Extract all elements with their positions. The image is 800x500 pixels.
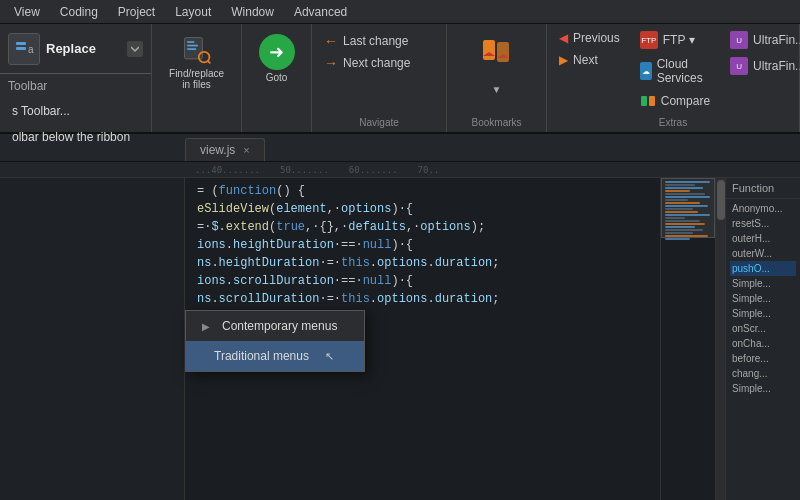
func-item-5[interactable]: Simple... <box>730 276 796 291</box>
next-button2[interactable]: ▶ Next <box>555 50 624 70</box>
ultraedit-button2[interactable]: U UltraFin... <box>726 54 800 78</box>
main-content: = (function() { eSlideView(element,·opti… <box>0 178 800 500</box>
extras-prev-next-col: ◀ Previous ▶ Next <box>555 28 624 112</box>
func-item-4[interactable]: pushO... <box>730 261 796 276</box>
func-item-0[interactable]: Anonymo... <box>730 201 796 216</box>
code-line-9: ions.scrollDuration·==·null)·{ <box>193 272 660 290</box>
left-gutter <box>0 178 185 500</box>
svg-rect-0 <box>16 42 26 45</box>
navigate-label: Navigate <box>320 117 438 132</box>
ultraedit-label2: UltraFin... <box>753 59 800 73</box>
replace-dropdown-arrow[interactable] <box>127 41 143 57</box>
bookmarks-icon <box>473 34 521 82</box>
svg-rect-9 <box>483 40 495 60</box>
cloud-icon: ☁ <box>640 62 652 80</box>
tab-close-button[interactable]: × <box>243 144 249 156</box>
last-change-button[interactable]: ← Last change <box>320 30 438 52</box>
replace-label: Replace <box>46 41 96 56</box>
context-menu: ▶ Contemporary menus Traditional menus ↖ <box>185 310 365 372</box>
tab-viewjs[interactable]: view.js × <box>185 138 265 161</box>
svg-rect-10 <box>497 42 509 62</box>
ultraedit-label1: UltraFin... <box>753 33 800 47</box>
find-replace-section: Find/replacein files <box>152 24 242 132</box>
func-item-10[interactable]: before... <box>730 351 796 366</box>
find-replace-files-label: Find/replacein files <box>169 68 224 90</box>
toolbar-submenu-item-1[interactable]: s Toolbar... <box>0 98 151 124</box>
ultraedit-icon2: U <box>730 57 748 75</box>
function-panel: Function Anonymo... resetS... outerH... … <box>725 178 800 500</box>
next-change-button[interactable]: → Next change <box>320 52 438 74</box>
cloud-services-label: Cloud Services <box>657 57 710 85</box>
next-icon: ▶ <box>559 53 568 67</box>
code-line-3: = (function() { <box>193 182 660 200</box>
func-item-6[interactable]: Simple... <box>730 291 796 306</box>
code-line-7: ns.heightDuration·=·this.options.duratio… <box>193 254 660 272</box>
func-item-8[interactable]: onScr... <box>730 321 796 336</box>
contemporary-menus-label: Contemporary menus <box>222 319 337 333</box>
context-menu-item-traditional[interactable]: Traditional menus ↖ <box>186 341 364 371</box>
func-item-7[interactable]: Simple... <box>730 306 796 321</box>
previous-icon: ◀ <box>559 31 568 45</box>
ribbon: ab Replace Toolbar s Toolbar... olbar be… <box>0 24 800 134</box>
func-item-9[interactable]: onCha... <box>730 336 796 351</box>
bookmarks-section: ▼ Bookmarks <box>447 24 547 132</box>
svg-line-8 <box>207 61 209 63</box>
ftp-icon: FTP <box>640 31 658 49</box>
svg-rect-12 <box>649 96 655 106</box>
replace-button[interactable]: ab Replace <box>0 24 151 74</box>
extras-rows: ◀ Previous ▶ Next FTP FTP ▾ ☁ Cloud Serv… <box>555 28 791 112</box>
menu-layout[interactable]: Layout <box>165 3 221 21</box>
replace-icon: ab <box>8 33 40 65</box>
goto-button[interactable]: ➜ Goto <box>253 30 301 87</box>
bookmarks-label: Bookmarks <box>472 117 522 132</box>
context-menu-item-contemporary[interactable]: ▶ Contemporary menus <box>186 311 364 341</box>
minimap[interactable] <box>660 178 715 500</box>
func-item-11[interactable]: chang... <box>730 366 796 381</box>
extras-ftp-cloud-col: FTP FTP ▾ ☁ Cloud Services Compare <box>636 28 714 112</box>
goto-icon: ➜ <box>259 34 295 70</box>
compare-label: Compare <box>661 94 710 108</box>
previous-button[interactable]: ◀ Previous <box>555 28 624 48</box>
extras-ultra-col: U UltraFin... U UltraFin... <box>726 28 800 112</box>
next-change-icon: → <box>324 55 338 71</box>
goto-label: Goto <box>266 72 288 83</box>
menu-advanced[interactable]: Advanced <box>284 3 357 21</box>
extras-label: Extras <box>555 117 791 132</box>
function-panel-title: Function <box>726 178 800 199</box>
bookmarks-button[interactable]: ▼ <box>467 30 527 99</box>
vertical-scrollbar[interactable] <box>715 178 725 500</box>
svg-rect-5 <box>187 45 198 47</box>
ftp-button[interactable]: FTP FTP ▾ <box>636 28 714 52</box>
menu-coding[interactable]: Coding <box>50 3 108 21</box>
traditional-menus-label: Traditional menus <box>214 349 309 363</box>
compare-button[interactable]: Compare <box>636 90 714 112</box>
func-item-12[interactable]: Simple... <box>730 381 796 396</box>
func-item-3[interactable]: outerW... <box>730 246 796 261</box>
ftp-label: FTP ▾ <box>663 33 695 47</box>
code-line-10: ns.scrollDuration·=·this.options.duratio… <box>193 290 660 308</box>
svg-rect-1 <box>16 47 26 50</box>
ultraedit-button1[interactable]: U UltraFin... <box>726 28 800 52</box>
code-line-5: =·$.extend(true,·{},·defaults,·options); <box>193 218 660 236</box>
menu-bar: View Coding Project Layout Window Advanc… <box>0 0 800 24</box>
menu-window[interactable]: Window <box>221 3 284 21</box>
function-list: Anonymo... resetS... outerH... outerW...… <box>726 199 800 398</box>
extras-section: ◀ Previous ▶ Next FTP FTP ▾ ☁ Cloud Serv… <box>547 24 800 132</box>
ultraedit-icon1: U <box>730 31 748 49</box>
menu-view[interactable]: View <box>4 3 50 21</box>
cloud-services-button[interactable]: ☁ Cloud Services <box>636 54 714 88</box>
code-line-6: ions.heightDuration·==·null)·{ <box>193 236 660 254</box>
func-item-2[interactable]: outerH... <box>730 231 796 246</box>
cursor-icon: ↖ <box>325 350 334 363</box>
toolbar-label: Toolbar <box>0 74 151 98</box>
menu-project[interactable]: Project <box>108 3 165 21</box>
svg-rect-11 <box>641 96 647 106</box>
find-replace-files-icon <box>181 34 213 66</box>
toolbar-submenu-item-2[interactable]: olbar below the ribbon <box>0 124 151 150</box>
ribbon-replace-panel: ab Replace Toolbar s Toolbar... olbar be… <box>0 24 152 132</box>
func-item-1[interactable]: resetS... <box>730 216 796 231</box>
last-change-icon: ← <box>324 33 338 49</box>
find-replace-files-button[interactable]: Find/replacein files <box>163 30 230 94</box>
scrollbar-thumb[interactable] <box>717 180 725 220</box>
next-change-label: Next change <box>343 56 410 70</box>
